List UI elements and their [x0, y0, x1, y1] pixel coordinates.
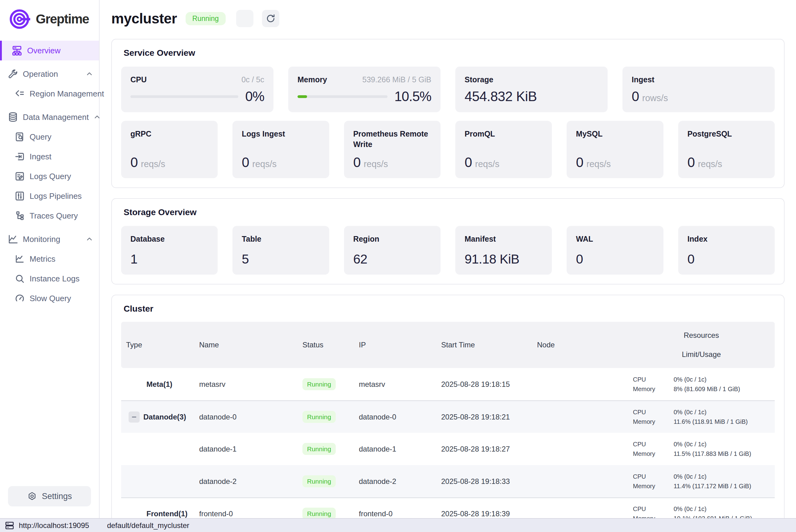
service-overview-title: Service Overview: [124, 48, 775, 58]
table-row-metasrv[interactable]: Meta(1) metasrv Running metasrv 2025-08-…: [121, 368, 775, 400]
sidebar-item-region-management[interactable]: Region Management: [0, 84, 99, 103]
mysql-card: MySQL 0 reqs/s: [567, 121, 663, 178]
column-type: Type: [121, 341, 194, 349]
cpu-res-value: 0% (0c / 1c): [674, 441, 707, 448]
cpu-res-value: 0% (0c / 1c): [674, 409, 707, 416]
sidebar-nav: Overview Operation Region Management Dat…: [0, 41, 99, 308]
manifest-value: 91.18 KiB: [465, 252, 543, 267]
row-name: datanode-1: [194, 445, 298, 453]
ingest-label: Ingest: [632, 75, 655, 85]
sidebar-section-data-management[interactable]: Data Management: [0, 107, 99, 127]
cpu-label: CPU: [130, 75, 147, 85]
sidebar-section-label: Operation: [23, 69, 58, 79]
prometheus-remote-write-value: 0: [353, 155, 361, 170]
empty-action-button[interactable]: [236, 10, 253, 27]
sidebar-item-logs-query[interactable]: Logs Query: [0, 167, 99, 186]
row-start-time: 2025-08-28 19:18:27: [436, 445, 532, 453]
cpu-res-value: 0% (0c / 1c): [674, 376, 707, 383]
memory-res-value: 11.4% (117.172 MiB / 1 GiB): [674, 483, 751, 490]
postgresql-card: PostgreSQL 0 reqs/s: [678, 121, 775, 178]
storage-overview-title: Storage Overview: [124, 207, 775, 217]
current-database[interactable]: default/default_mycluster: [107, 521, 189, 530]
row-type: Meta(1): [147, 380, 172, 389]
sidebar-item-overview[interactable]: Overview: [0, 41, 99, 60]
ingest-card: Ingest 0 rows/s: [622, 66, 775, 112]
region-management-icon: [14, 88, 25, 99]
sidebar-section-monitoring[interactable]: Monitoring: [0, 229, 99, 249]
collapse-datanode-group-button[interactable]: [129, 412, 140, 422]
row-resources: CPU0% (0c / 1c) Memory11.6% (118.91 MiB …: [628, 409, 775, 425]
status-badge: Running: [302, 443, 336, 455]
region-card: Region 62: [344, 226, 440, 274]
row-resources: CPU0% (0c / 1c) Memory11.4% (117.172 MiB…: [628, 473, 775, 490]
memory-res-value: 11.6% (118.91 MiB / 1 GiB): [674, 418, 747, 425]
sidebar-item-instance-logs[interactable]: Instance Logs: [0, 269, 99, 288]
mysql-label: MySQL: [576, 129, 654, 139]
memory-res-value: 8% (81.609 MiB / 1 GiB): [674, 385, 740, 393]
status-bar: http://localhost:19095 default/default_m…: [0, 518, 796, 532]
cpu-progress-bar: [130, 95, 238, 98]
sidebar-item-query[interactable]: Query: [0, 127, 99, 147]
table-row-datanode-1[interactable]: datanode-1 Running datanode-1 2025-08-28…: [121, 433, 775, 465]
memory-label: Memory: [298, 75, 327, 85]
main-content: mycluster Running Service Overview CPU 0…: [99, 0, 796, 532]
prometheus-remote-write-card: Prometheus Remote Write 0 reqs/s: [344, 121, 440, 178]
cluster-section-title: Cluster: [124, 304, 775, 314]
connection-url[interactable]: http://localhost:19095: [19, 521, 89, 530]
storage-card: Storage 454.832 KiB: [455, 66, 608, 112]
index-label: Index: [687, 234, 765, 244]
sidebar-item-label: Logs Query: [30, 172, 71, 181]
sidebar-item-label: Instance Logs: [30, 274, 79, 284]
table-row-datanode-2[interactable]: datanode-2 Running datanode-2 2025-08-28…: [121, 465, 775, 497]
sidebar-item-slow-query[interactable]: Slow Query: [0, 288, 99, 308]
cpu-res-label: CPU: [633, 473, 674, 480]
postgresql-unit: reqs/s: [698, 159, 722, 169]
cpu-res-label: CPU: [633, 376, 674, 383]
sidebar-item-ingest[interactable]: Ingest: [0, 147, 99, 167]
cluster-status-badge: Running: [186, 12, 226, 25]
region-value: 62: [353, 252, 431, 267]
column-limit-usage: Limit/Usage: [682, 350, 721, 359]
cpu-limit: 0c / 5c: [241, 75, 264, 84]
sidebar-item-traces-query[interactable]: Traces Query: [0, 206, 99, 226]
grpc-value: 0: [130, 155, 138, 170]
sidebar-section-label: Data Management: [23, 113, 89, 122]
index-value: 0: [687, 252, 765, 267]
metrics-icon: [14, 253, 25, 264]
status-badge: Running: [302, 378, 336, 390]
wal-label: WAL: [576, 234, 654, 244]
column-ip: IP: [354, 341, 436, 349]
promql-label: PromQL: [465, 129, 543, 139]
memory-res-value: 11.5% (117.883 MiB / 1 GiB): [674, 450, 751, 457]
ingest-value: 0: [632, 89, 639, 104]
memory-res-label: Memory: [633, 483, 674, 490]
service-metric-cards: CPU 0c / 5c 0% Memory 539.266 MiB / 5 Gi…: [121, 66, 775, 112]
column-resources: Resources: [684, 331, 719, 340]
wrench-icon: [7, 69, 19, 79]
service-overview-panel: Service Overview CPU 0c / 5c 0% Memory 5…: [111, 39, 784, 188]
cpu-percent: 0%: [245, 89, 264, 104]
traces-query-icon: [14, 210, 25, 221]
row-ip: datanode-0: [354, 413, 436, 421]
table-row-datanode-0[interactable]: Datanode(3) datanode-0 Running datanode-…: [121, 400, 775, 433]
sidebar-item-logs-pipelines[interactable]: Logs Pipelines: [0, 186, 99, 206]
logs-ingest-card: Logs Ingest 0 reqs/s: [232, 121, 329, 178]
mysql-unit: reqs/s: [586, 159, 611, 169]
refresh-button[interactable]: [262, 10, 279, 27]
sidebar-item-metrics[interactable]: Metrics: [0, 249, 99, 269]
memory-card: Memory 539.266 MiB / 5 GiB 10.5%: [288, 66, 440, 112]
cpu-card: CPU 0c / 5c 0%: [121, 66, 273, 112]
brand-logo: Greptime: [0, 0, 99, 33]
mysql-value: 0: [576, 155, 583, 170]
chevron-up-icon: [86, 235, 93, 243]
promql-card: PromQL 0 reqs/s: [455, 121, 552, 178]
column-status: Status: [298, 341, 354, 349]
logs-pipelines-icon: [14, 190, 25, 202]
settings-button[interactable]: Settings: [8, 486, 91, 507]
column-start-time: Start Time: [436, 341, 532, 349]
row-start-time: 2025-08-28 19:18:33: [436, 477, 532, 486]
cluster-table: Type Name Status IP Start Time Node Reso…: [121, 322, 775, 530]
table-card: Table 5: [232, 226, 329, 274]
page-header: mycluster Running: [111, 7, 784, 30]
sidebar-section-operation[interactable]: Operation: [0, 64, 99, 84]
